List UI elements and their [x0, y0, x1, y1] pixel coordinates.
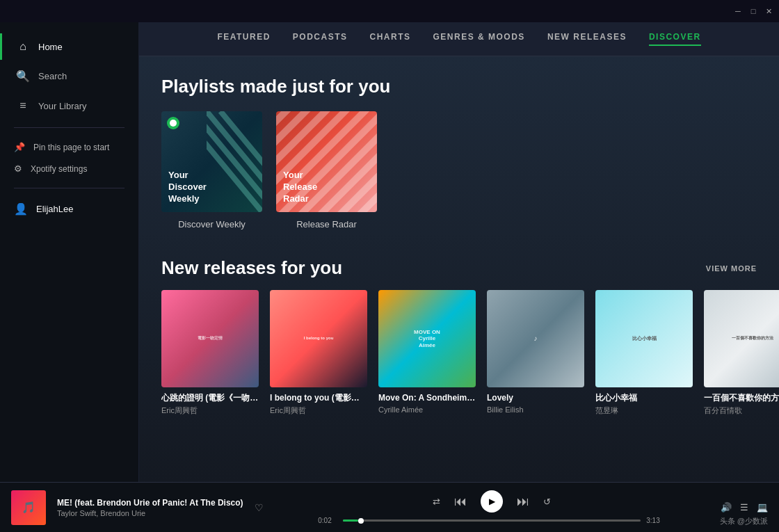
watermark: 头条 @少数派	[720, 516, 768, 526]
release-radar-image: Your Release Radar	[276, 111, 377, 212]
player-bar: 🎵 ME! (feat. Brendon Urie of Panic! At T…	[0, 482, 779, 532]
sidebar-item-settings[interactable]: ⚙ Xpotify settings	[0, 158, 138, 179]
release-artist-2: Eric周興哲	[270, 405, 367, 416]
release-title-3: Move On: A Sondheim Adventure	[378, 393, 476, 404]
release-radar-text-line3: Radar	[283, 193, 370, 205]
release-art-text-5: 比心小幸福	[629, 333, 659, 344]
library-icon: ≡	[16, 99, 30, 112]
sidebar-divider-2	[14, 188, 125, 188]
user-icon: 👤	[14, 202, 28, 216]
sidebar-item-pin[interactable]: 📌 Pin this page to start	[0, 136, 138, 158]
device-icon[interactable]: 💻	[757, 502, 768, 513]
player-track-title: ME! (feat. Brendon Urie of Panic! At The…	[57, 498, 243, 508]
release-image-2: I belong to you	[270, 290, 367, 387]
sidebar-item-home[interactable]: ⌂ Home	[0, 33, 138, 60]
release-image-6: 一百個不喜歡你的方法	[704, 290, 779, 387]
sidebar-nav: ⌂ Home 🔍 Search ≡ Your Library	[0, 33, 138, 119]
minimize-button[interactable]: ─	[733, 6, 743, 16]
player-album-art: 🎵	[11, 490, 46, 525]
playlist-row: Your Discover Weekly Discover Weekly	[161, 111, 757, 229]
player-info: ME! (feat. Brendon Urie of Panic! At The…	[57, 498, 243, 517]
close-button[interactable]: ✕	[764, 6, 773, 16]
play-button[interactable]: ▶	[481, 490, 503, 513]
title-bar: ─ □ ✕	[0, 0, 779, 22]
release-artist-5: 范昱琳	[595, 405, 693, 416]
sidebar-label-search: Search	[38, 71, 67, 81]
release-radar-label: Release Radar	[296, 219, 357, 229]
release-art-text-6: 一百個不喜歡你的方法	[729, 333, 776, 344]
nav-charts[interactable]: CHARTS	[370, 32, 411, 46]
sidebar-item-user[interactable]: 👤 ElijahLee	[0, 197, 138, 221]
progress-dot	[358, 518, 364, 524]
release-card-2[interactable]: I belong to you I belong to you (電影《一吻定情…	[270, 290, 367, 416]
progress-bar[interactable]: 0:02 3:13	[318, 517, 666, 524]
nav-featured[interactable]: FEATURED	[217, 32, 270, 46]
release-title-5: 比心小幸福	[595, 393, 693, 404]
next-button[interactable]: ⏭	[517, 494, 529, 509]
progress-track[interactable]	[343, 519, 641, 522]
playlists-section-title: Playlists made just for you	[161, 76, 757, 97]
nav-discover[interactable]: DISCOVER	[649, 32, 701, 46]
shuffle-button[interactable]: ⇄	[433, 497, 440, 507]
release-title-1: 心跳的證明 (電影《一吻定情》主題曲)	[161, 393, 259, 404]
release-card-5[interactable]: 比心小幸福 比心小幸福 范昱琳	[595, 290, 693, 416]
nav-genres[interactable]: GENRES & MOODS	[433, 32, 525, 46]
discover-weekly-text-line1: Your	[168, 170, 255, 182]
current-time: 0:02	[318, 517, 337, 524]
pin-icon: 📌	[14, 142, 25, 152]
release-card-1[interactable]: 電影一吻定情 心跳的證明 (電影《一吻定情》主題曲) Eric周興哲	[161, 290, 259, 416]
settings-label: Xpotify settings	[31, 164, 87, 174]
release-card-6[interactable]: 一百個不喜歡你的方法 一百個不喜歡你的方法 百分百情歌	[704, 290, 779, 416]
player-track-artist: Taylor Swift, Brendon Urie	[57, 509, 243, 517]
playlist-card-release-radar[interactable]: Your Release Radar Release Radar	[276, 111, 377, 229]
release-image-4: ♪	[487, 290, 584, 387]
repeat-button[interactable]: ↺	[543, 497, 551, 507]
heart-button[interactable]: ♡	[255, 502, 264, 513]
sidebar-label-library: Your Library	[38, 101, 87, 111]
maximize-button[interactable]: □	[748, 6, 758, 16]
sidebar: ⌂ Home 🔍 Search ≡ Your Library 📌 Pin thi…	[0, 22, 139, 482]
release-radar-art: Your Release Radar	[276, 111, 377, 212]
release-title-2: I belong to you (電影《一吻定情》插曲)	[270, 393, 367, 404]
progress-fill	[343, 519, 358, 522]
sidebar-item-search[interactable]: 🔍 Search	[0, 63, 138, 90]
player-extras: 🔊 ☰ 💻	[721, 502, 768, 513]
content-area: Playlists made just for you	[139, 56, 779, 482]
release-art-text-4: ♪	[531, 332, 540, 346]
release-art-text-3: MOVE ONCyrilleAimée	[411, 326, 443, 352]
releases-section-header: New releases for you VIEW MORE	[161, 257, 757, 279]
release-image-1: 電影一吻定情	[161, 290, 259, 387]
release-title-4: Lovely	[487, 393, 584, 404]
player-controls: ⇄ ⏮ ▶ ⏭ ↺ 0:02 3:13	[275, 490, 709, 524]
release-image-5: 比心小幸福	[595, 290, 693, 387]
user-label: ElijahLee	[36, 204, 74, 214]
control-buttons: ⇄ ⏮ ▶ ⏭ ↺	[433, 490, 551, 513]
release-artist-1: Eric周興哲	[161, 405, 259, 416]
releases-row: 電影一吻定情 心跳的證明 (電影《一吻定情》主題曲) Eric周興哲 I bel…	[161, 290, 757, 416]
release-radar-text-line2: Release	[283, 182, 370, 193]
home-icon: ⌂	[16, 40, 30, 53]
settings-icon: ⚙	[14, 163, 22, 174]
discover-weekly-art: Your Discover Weekly	[161, 111, 262, 212]
sidebar-label-home: Home	[38, 42, 63, 52]
volume-icon[interactable]: 🔊	[721, 502, 732, 513]
nav-podcasts[interactable]: PODCASTS	[293, 32, 348, 46]
queue-icon[interactable]: ☰	[740, 502, 748, 513]
view-more-button[interactable]: VIEW MORE	[706, 264, 757, 273]
prev-button[interactable]: ⏮	[454, 494, 467, 509]
app-container: ⌂ Home 🔍 Search ≡ Your Library 📌 Pin thi…	[0, 22, 779, 482]
release-art-text-1: 電影一吻定情	[195, 333, 225, 344]
discover-weekly-image: Your Discover Weekly	[161, 111, 262, 212]
pin-label: Pin this page to start	[33, 143, 109, 152]
playlist-card-discover-weekly[interactable]: Your Discover Weekly Discover Weekly	[161, 111, 262, 229]
discover-weekly-text-line3: Weekly	[168, 193, 255, 205]
sidebar-item-library[interactable]: ≡ Your Library	[0, 92, 138, 119]
spotify-logo-icon	[167, 117, 179, 129]
discover-weekly-text-line2: Discover	[168, 182, 255, 193]
release-card-3[interactable]: MOVE ONCyrilleAimée Move On: A Sondheim …	[378, 290, 476, 416]
nav-newreleases[interactable]: NEW RELEASES	[547, 32, 627, 46]
svg-point-0	[170, 120, 177, 127]
release-card-4[interactable]: ♪ Lovely Billie Eilish	[487, 290, 584, 416]
release-image-3: MOVE ONCyrilleAimée	[378, 290, 476, 387]
releases-section-title: New releases for you	[161, 257, 342, 279]
